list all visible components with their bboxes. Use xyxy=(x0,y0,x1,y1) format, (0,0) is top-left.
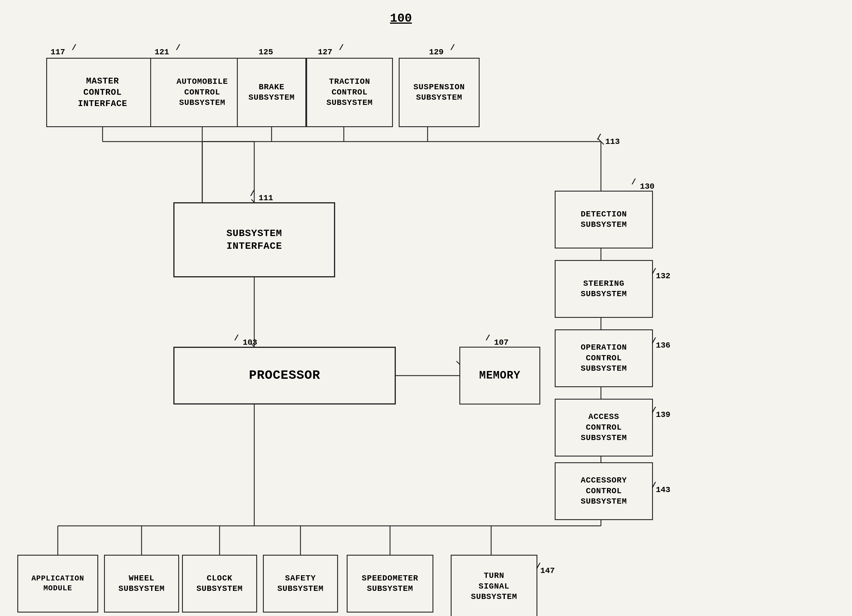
detection-label: DETECTION SUBSYSTEM xyxy=(581,209,627,230)
turn-signal-label: TURN SIGNAL SUBSYSTEM xyxy=(471,571,517,602)
automobile-control-tick: / xyxy=(176,43,181,52)
memory-ref: 107 xyxy=(494,338,509,347)
accessory-control-label: ACCESSORY CONTROL SUBSYSTEM xyxy=(581,475,627,507)
traction-control-ref: 127 xyxy=(318,48,332,57)
traction-control-box: TRACTION CONTROL SUBSYSTEM xyxy=(306,58,393,127)
operation-control-label: OPERATION CONTROL SUBSYSTEM xyxy=(581,343,627,374)
automobile-control-ref: 121 xyxy=(154,48,169,57)
subsystem-interface-box: SUBSYSTEM INTERFACE xyxy=(173,202,335,277)
diagram-title: 100 xyxy=(390,12,412,26)
access-control-box: ACCESS CONTROL SUBSYSTEM xyxy=(555,399,653,456)
processor-label: PROCESSOR xyxy=(249,367,320,384)
steering-tick: / xyxy=(651,267,656,276)
turn-signal-ref: 147 xyxy=(540,566,555,575)
master-control-interface-box: MASTER CONTROL INTERFACE xyxy=(46,58,159,127)
automobile-control-label: AUTOMOBILE CONTROL SUBSYSTEM xyxy=(177,77,228,108)
accessory-control-box: ACCESSORY CONTROL SUBSYSTEM xyxy=(555,462,653,520)
suspension-ref: 129 xyxy=(429,48,444,57)
subsystem-interface-label: SUBSYSTEM INTERFACE xyxy=(227,227,282,252)
turn-signal-tick: / xyxy=(536,562,541,571)
traction-control-label: TRACTION CONTROL SUBSYSTEM xyxy=(326,77,373,108)
suspension-box: SUSPENSION SUBSYSTEM xyxy=(399,58,480,127)
access-control-tick: / xyxy=(651,406,656,415)
memory-label: MEMORY xyxy=(479,368,521,382)
detection-ref: 130 xyxy=(640,182,654,191)
steering-label: STEERING SUBSYSTEM xyxy=(581,279,627,300)
master-control-label: MASTER CONTROL INTERFACE xyxy=(78,76,127,110)
safety-subsystem-label: SAFETY SUBSYSTEM xyxy=(277,573,323,594)
detection-tick: / xyxy=(631,178,636,187)
subsystem-interface-tick: / xyxy=(250,189,255,198)
subsystem-interface-ref: 111 xyxy=(258,193,273,202)
processor-ref: 103 xyxy=(243,338,257,347)
access-control-label: ACCESS CONTROL SUBSYSTEM xyxy=(581,412,627,443)
brake-subsystem-box: BRAKE SUBSYSTEM xyxy=(237,58,306,127)
access-control-ref: 139 xyxy=(656,410,670,419)
speedometer-label: SPEEDOMETER SUBSYSTEM xyxy=(362,573,418,594)
wheel-subsystem-label: WHEEL SUBSYSTEM xyxy=(118,573,165,594)
application-module-box: APPLICATION MODULE xyxy=(17,555,98,613)
safety-subsystem-box: SAFETY SUBSYSTEM xyxy=(263,555,338,613)
turn-signal-box: TURN SIGNAL SUBSYSTEM xyxy=(451,555,537,616)
operation-control-ref: 136 xyxy=(656,341,670,350)
operation-control-tick: / xyxy=(651,337,656,346)
brake-ref: 125 xyxy=(258,48,273,57)
operation-control-box: OPERATION CONTROL SUBSYSTEM xyxy=(555,329,653,387)
wheel-subsystem-box: WHEEL SUBSYSTEM xyxy=(104,555,179,613)
speedometer-box: SPEEDOMETER SUBSYSTEM xyxy=(347,555,434,613)
connector-label-113: 113 xyxy=(605,137,620,146)
suspension-label: SUSPENSION SUBSYSTEM xyxy=(414,82,465,103)
master-control-tick: / xyxy=(72,43,77,52)
clock-subsystem-label: CLOCK SUBSYSTEM xyxy=(196,573,243,594)
memory-box: MEMORY xyxy=(459,347,540,405)
master-control-ref: 117 xyxy=(51,48,65,57)
brake-label: BRAKE SUBSYSTEM xyxy=(248,82,295,103)
memory-tick: / xyxy=(485,334,490,343)
accessory-control-ref: 143 xyxy=(656,485,670,494)
clock-subsystem-box: CLOCK SUBSYSTEM xyxy=(182,555,257,613)
accessory-control-tick: / xyxy=(651,481,656,490)
processor-tick: / xyxy=(234,334,239,343)
suspension-tick: / xyxy=(450,43,455,52)
traction-control-tick: / xyxy=(339,43,344,52)
steering-ref: 132 xyxy=(656,272,670,281)
application-module-label: APPLICATION MODULE xyxy=(32,574,85,593)
detection-box: DETECTION SUBSYSTEM xyxy=(555,191,653,249)
processor-box: PROCESSOR xyxy=(173,347,396,405)
diagram: 100 MASTER CONTROL INTERFACE 117 / AUTOM… xyxy=(0,0,852,616)
connector-tick-113: / xyxy=(597,133,601,142)
steering-box: STEERING SUBSYSTEM xyxy=(555,260,653,318)
